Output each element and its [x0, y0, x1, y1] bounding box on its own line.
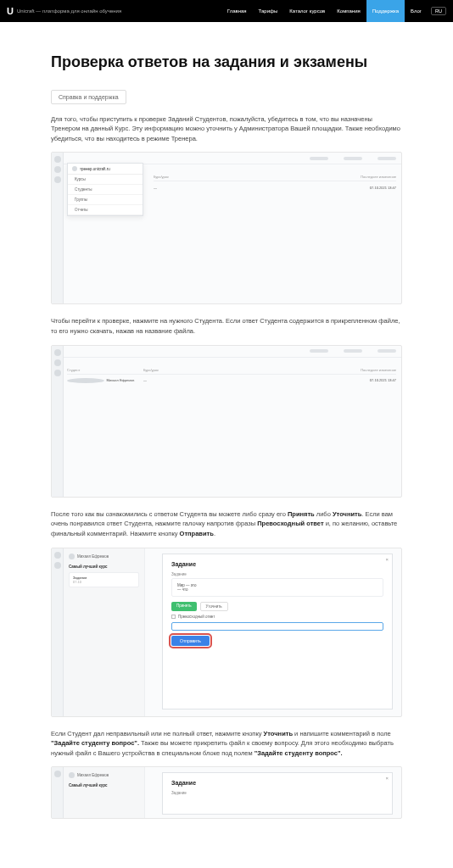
nav-menu: Главная Тарифы Каталог курсов Компания П…: [221, 0, 446, 22]
category-tag[interactable]: Справка и поддержка: [51, 90, 126, 104]
paragraph-3: После того как вы ознакомились с ответом…: [51, 509, 402, 539]
screenshot-1: тренер.unicraft.ru Курсы Студенты Группы…: [51, 152, 402, 304]
nav-item-pricing[interactable]: Тарифы: [253, 0, 284, 22]
nav-item-blog[interactable]: Блог: [405, 0, 428, 22]
paragraph-1: Для того, чтобы приступить к проверке За…: [51, 114, 402, 144]
nav-item-company[interactable]: Компания: [331, 0, 366, 22]
close-icon: ×: [385, 776, 389, 781]
article-content: Проверка ответов на задания и экзамены С…: [0, 22, 453, 848]
paragraph-4: Если Студент дал неправильный или не пол…: [51, 729, 402, 759]
close-icon: ×: [385, 557, 389, 562]
top-nav: U Unicraft — платформа для онлайн обучен…: [0, 0, 453, 22]
nav-item-catalog[interactable]: Каталог курсов: [283, 0, 331, 22]
accept-button: Принять: [171, 602, 197, 611]
page-title: Проверка ответов на задания и экзамены: [51, 53, 402, 72]
ss1-dropdown: тренер.unicraft.ru Курсы Студенты Группы…: [67, 163, 143, 216]
screenshot-3: Михаил Ефремов Самый лучший курс Задание…: [51, 548, 402, 717]
logo[interactable]: U: [7, 6, 14, 16]
screenshot-4: Михаил Ефремов Самый лучший курс × Задан…: [51, 766, 402, 819]
screenshot-2: Студент Курс/урок Последнее изменение Ми…: [51, 345, 402, 498]
nav-item-support[interactable]: Поддержка: [366, 0, 405, 22]
send-button-highlighted: Отправить: [171, 636, 210, 646]
paragraph-2: Чтобы перейти к проверке, нажмите на нуж…: [51, 316, 402, 336]
nav-item-home[interactable]: Главная: [221, 0, 253, 22]
lang-switch[interactable]: RU: [431, 7, 446, 15]
clarify-button: Уточнить: [200, 602, 228, 611]
tagline: Unicraft — платформа для онлайн обучения: [17, 8, 121, 14]
